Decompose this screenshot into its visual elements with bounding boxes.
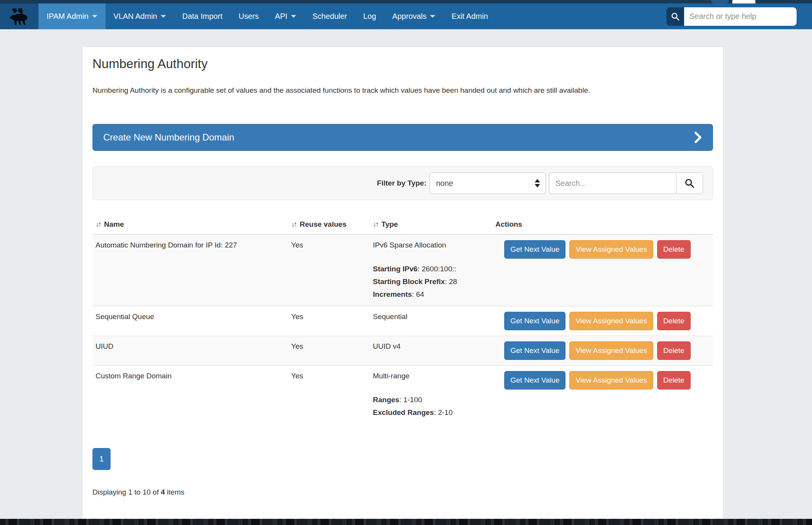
navbar-item-scheduler[interactable]: Scheduler (304, 3, 355, 29)
column-header-reuse-values[interactable]: ↓↑ Reuse values (288, 215, 370, 234)
sort-icon: ↓↑ (373, 220, 378, 229)
chevron-down-icon (92, 15, 97, 18)
navbar-item-users[interactable]: Users (230, 3, 267, 29)
filter-bar: Filter by Type: none (92, 166, 713, 200)
cell-type: IPv6 Sparse Allocation Starting IPv6: 26… (370, 235, 492, 306)
filter-type-select-wrap: none (429, 172, 546, 194)
window-artifact-bump (711, 0, 729, 3)
pagination-page-1-button[interactable]: 1 (92, 448, 111, 470)
navbar-item-data-import[interactable]: Data Import (174, 3, 230, 29)
view-assigned-values-button[interactable]: View Assigned Values (569, 341, 653, 360)
table-row: Automatic Numbering Domain for IP Id: 22… (92, 235, 713, 306)
chevron-right-icon (694, 131, 702, 144)
navbar-item-ipam-admin[interactable]: IPAM Admin (39, 3, 106, 29)
results-count: 4 (161, 488, 165, 496)
numbering-domains-table: ↓↑ Name ↓↑ Reuse values ↓↑ Type Actions … (92, 215, 713, 424)
detail-line: Starting IPv6: 2600:100:: (373, 262, 489, 275)
column-header-actions: Actions (492, 215, 713, 234)
navbar-item-vlan-admin[interactable]: VLAN Admin (106, 3, 174, 29)
cell-name: UIUD (92, 336, 288, 365)
column-header-type[interactable]: ↓↑ Type (370, 215, 492, 234)
table-search-input[interactable] (549, 172, 676, 194)
delete-button[interactable]: Delete (657, 371, 691, 390)
type-details: Ranges: 1-100 Excluded Ranges: 2-10 (373, 393, 489, 419)
window-artifact-tab (732, 0, 755, 3)
detail-line: Ranges: 1-100 (373, 393, 489, 406)
table-row: Custom Range Domain Yes Multi-range Rang… (92, 366, 713, 424)
chevron-down-icon (430, 15, 435, 18)
cell-type: Multi-range Ranges: 1-100 Excluded Range… (370, 366, 492, 424)
search-icon (671, 12, 680, 21)
chevron-down-icon (161, 15, 166, 18)
cell-name: Sequential Queue (92, 306, 288, 336)
table-row: Sequential Queue Yes Sequential Get Next… (92, 306, 713, 336)
cell-type: Sequential (370, 306, 492, 336)
detail-line: Starting Block Prefix: 28 (373, 275, 489, 288)
filter-type-select[interactable]: none (429, 172, 546, 194)
cell-actions: Get Next ValueView Assigned ValuesDelete (492, 336, 713, 365)
table-search-button[interactable] (676, 172, 703, 194)
navbar-items: IPAM Admin VLAN Admin Data Import Users … (39, 3, 496, 29)
cell-actions: Get Next ValueView Assigned ValuesDelete (492, 366, 713, 424)
cell-actions: Get Next ValueView Assigned ValuesDelete (492, 306, 713, 336)
cell-reuse-values: Yes (288, 366, 370, 424)
chevron-down-icon (291, 15, 296, 18)
navbar-search-input[interactable] (684, 7, 797, 26)
window-top-strip (0, 0, 812, 3)
detail-line: Increments: 64 (373, 288, 489, 301)
navbar-item-exit-admin[interactable]: Exit Admin (443, 3, 496, 29)
cell-name: Custom Range Domain (92, 366, 288, 424)
detail-line: Excluded Ranges: 2-10 (373, 406, 489, 419)
create-new-numbering-domain-panel[interactable]: Create New Numbering Domain (92, 124, 713, 151)
cell-actions: Get Next ValueView Assigned ValuesDelete (492, 235, 713, 306)
search-icon (684, 178, 695, 189)
pagination: 1 (92, 448, 713, 470)
view-assigned-values-button[interactable]: View Assigned Values (569, 371, 653, 390)
table-search-group (549, 172, 703, 194)
get-next-value-button[interactable]: Get Next Value (504, 371, 565, 390)
delete-button[interactable]: Delete (657, 240, 691, 259)
type-details: Starting IPv6: 2600:100:: Starting Block… (373, 262, 489, 301)
filter-by-type-label: Filter by Type: (377, 179, 426, 187)
column-header-name[interactable]: ↓↑ Name (92, 215, 288, 234)
table-body: Automatic Numbering Domain for IP Id: 22… (92, 235, 713, 424)
page-description: Numbering Authority is a configurable se… (92, 85, 713, 95)
cell-name: Automatic Numbering Domain for IP Id: 22… (92, 235, 288, 306)
cell-reuse-values: Yes (288, 306, 370, 336)
view-assigned-values-button[interactable]: View Assigned Values (569, 312, 653, 330)
moose-logo-icon (7, 6, 31, 27)
delete-button[interactable]: Delete (657, 341, 691, 360)
brand-logo[interactable] (0, 3, 39, 29)
sort-icon: ↓↑ (291, 220, 296, 229)
cell-reuse-values: Yes (288, 336, 370, 365)
create-panel-label: Create New Numbering Domain (103, 132, 234, 143)
delete-button[interactable]: Delete (657, 312, 691, 330)
get-next-value-button[interactable]: Get Next Value (504, 341, 565, 360)
cell-reuse-values: Yes (288, 235, 370, 306)
results-summary: Displaying 1 to 10 of 4 items (92, 488, 713, 497)
navbar-search (666, 3, 797, 29)
navbar-item-api[interactable]: API (267, 3, 304, 29)
cell-type: UUID v4 (370, 336, 492, 365)
navbar-item-approvals[interactable]: Approvals (384, 3, 443, 29)
page-title: Numbering Authority (92, 56, 713, 72)
table-header-row: ↓↑ Name ↓↑ Reuse values ↓↑ Type Actions (92, 215, 713, 235)
get-next-value-button[interactable]: Get Next Value (504, 312, 565, 330)
content-card: Numbering Authority Numbering Authority … (82, 47, 723, 520)
sort-icon: ↓↑ (96, 220, 101, 229)
navbar-search-button[interactable] (666, 7, 684, 26)
desktop-wallpaper-strip (0, 519, 812, 525)
navbar: IPAM Admin VLAN Admin Data Import Users … (0, 3, 812, 29)
navbar-item-log[interactable]: Log (355, 3, 384, 29)
table-row: UIUD Yes UUID v4 Get Next ValueView Assi… (92, 336, 713, 366)
get-next-value-button[interactable]: Get Next Value (504, 240, 565, 259)
view-assigned-values-button[interactable]: View Assigned Values (569, 240, 653, 259)
page-background: Numbering Authority Numbering Authority … (0, 29, 812, 519)
